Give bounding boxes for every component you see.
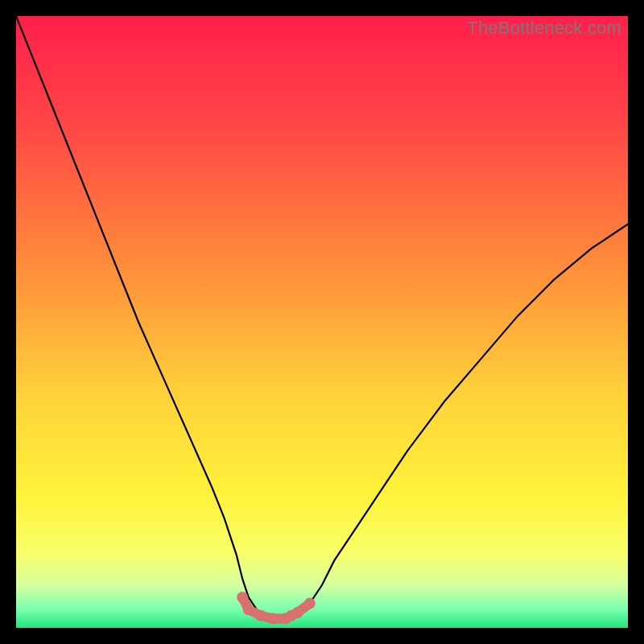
gradient-background: [16, 16, 628, 628]
bottleneck-chart: [16, 16, 628, 628]
watermark-text: TheBottleneck.com: [467, 18, 621, 39]
optimal-marker: [255, 610, 266, 621]
chart-frame: TheBottleneck.com: [16, 16, 628, 628]
optimal-marker: [237, 592, 248, 603]
optimal-marker: [243, 604, 254, 615]
optimal-marker: [304, 598, 316, 609]
optimal-marker: [292, 607, 303, 618]
optimal-marker: [267, 613, 279, 625]
